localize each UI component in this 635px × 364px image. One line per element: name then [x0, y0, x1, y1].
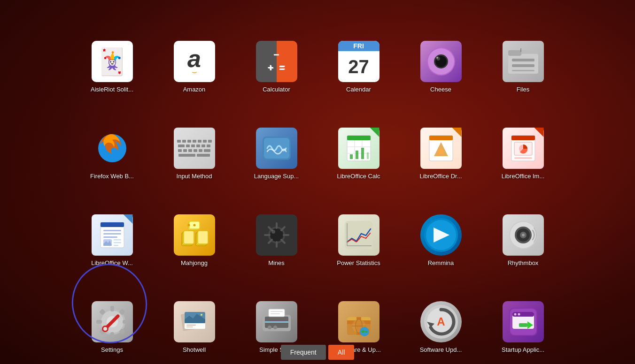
app-label-remmina: Remmina	[428, 259, 454, 267]
app-item-remmina[interactable]: Remmina	[400, 188, 482, 274]
svg-rect-96	[185, 323, 205, 329]
startup-icon	[503, 301, 544, 342]
localc-icon	[338, 128, 379, 169]
calculator-icon: − + =	[256, 41, 297, 82]
app-label-lodraw: LibreOffice Dr...	[419, 173, 462, 181]
aisleriot-icon: 🃏	[92, 41, 133, 82]
svg-rect-27	[429, 136, 453, 140]
svg-rect-97	[186, 325, 196, 326]
svg-rect-23	[356, 151, 358, 159]
svg-line-63	[269, 240, 272, 243]
app-label-aisleriot: AisleRiot Solit...	[91, 86, 133, 94]
svg-point-53	[193, 224, 195, 227]
svg-point-127	[514, 313, 516, 316]
svg-rect-106	[271, 313, 280, 314]
svg-line-61	[281, 240, 285, 243]
app-label-files: Files	[517, 86, 529, 94]
svg-rect-10	[512, 64, 534, 67]
rhythmbox-icon	[503, 214, 544, 256]
app-grid: 🃏 AisleRiot Solit... a ⌣ Amazon − + = Ca…	[0, 0, 635, 364]
svg-line-62	[281, 227, 285, 230]
svg-text:A: A	[437, 315, 445, 328]
mahjongg-icon	[174, 214, 215, 256]
svg-point-29	[438, 149, 444, 154]
app-item-languagesup[interactable]: Language Sup...	[235, 101, 318, 188]
svg-point-108	[273, 326, 277, 329]
svg-rect-8	[508, 50, 521, 56]
app-label-lowriter: LibreOffice W...	[91, 259, 133, 267]
app-label-rhythmbox: Rhythmbox	[508, 259, 539, 267]
app-item-mahjongg[interactable]: Mahjongg	[153, 188, 235, 274]
app-label-power: Power Statistics	[337, 259, 380, 267]
svg-rect-39	[103, 236, 117, 238]
svg-rect-41	[114, 239, 121, 241]
svg-rect-38	[103, 233, 121, 235]
svg-point-5	[436, 57, 438, 59]
app-label-localc: LibreOffice Calc	[337, 173, 380, 181]
svg-rect-82	[96, 320, 102, 324]
svg-rect-83	[123, 320, 128, 324]
app-item-inputmethod[interactable]: Input Method	[153, 101, 235, 188]
languagesup-icon	[256, 128, 297, 169]
svg-rect-24	[361, 148, 364, 159]
app-item-power[interactable]: Power Statistics	[318, 188, 400, 274]
app-item-calculator[interactable]: − + = Calculator	[235, 14, 318, 101]
app-item-files[interactable]: Files	[482, 14, 564, 101]
app-item-loimpress[interactable]: LibreOffice Im...	[482, 101, 564, 188]
lowriter-icon	[92, 214, 133, 256]
svg-rect-105	[271, 311, 283, 312]
svg-rect-49	[198, 231, 208, 244]
app-label-languagesup: Language Sup...	[254, 173, 299, 181]
remmina-icon	[420, 214, 462, 256]
amazon-icon: a ⌣	[174, 41, 215, 82]
app-label-mahjongg: Mahjongg	[181, 259, 208, 267]
app-item-amazon[interactable]: a ⌣ Amazon	[153, 14, 235, 101]
app-item-rhythmbox[interactable]: Rhythmbox	[482, 188, 564, 274]
svg-point-64	[271, 230, 275, 234]
mines-icon	[256, 214, 297, 256]
svg-rect-31	[511, 136, 535, 140]
settings-icon	[92, 301, 133, 342]
lodraw-icon	[420, 128, 462, 169]
app-label-calculator: Calculator	[263, 86, 290, 94]
svg-rect-11	[512, 70, 534, 71]
calendar-date: 27	[338, 51, 379, 82]
svg-rect-80	[110, 306, 114, 311]
svg-rect-17	[347, 136, 371, 140]
svg-line-60	[269, 227, 272, 230]
app-label-calendar: Calendar	[346, 86, 371, 94]
tab-all[interactable]: All	[328, 345, 355, 360]
svg-rect-9	[512, 59, 534, 61]
app-item-aisleriot[interactable]: 🃏 AisleRiot Solit...	[71, 14, 153, 101]
loimpress-icon	[503, 128, 544, 169]
svg-rect-103	[265, 321, 288, 323]
svg-point-107	[268, 326, 271, 329]
app-item-localc[interactable]: LibreOffice Calc	[318, 101, 400, 188]
app-item-mines[interactable]: Mines	[235, 188, 318, 274]
app-item-calendar[interactable]: FRI 27 Calendar	[318, 14, 400, 101]
svg-point-52	[187, 224, 190, 227]
cheese-icon	[420, 41, 462, 82]
svg-rect-81	[110, 332, 114, 338]
app-item-cheese[interactable]: Cheese	[400, 14, 482, 101]
svg-rect-104	[269, 309, 285, 317]
svg-rect-125	[519, 323, 527, 327]
softwareup-icon	[338, 301, 379, 342]
app-item-lodraw[interactable]: LibreOffice Dr...	[400, 101, 482, 188]
svg-rect-25	[367, 152, 369, 159]
svg-rect-12	[520, 48, 521, 52]
svg-rect-46	[184, 231, 194, 244]
bottom-bar: Frequent All	[0, 341, 635, 364]
shotwell-icon	[174, 301, 215, 342]
softwareupd-icon: A	[420, 301, 462, 342]
power-icon	[338, 214, 379, 256]
svg-point-91	[103, 327, 107, 331]
svg-point-95	[201, 314, 202, 316]
svg-rect-36	[101, 222, 124, 227]
tab-frequent[interactable]: Frequent	[281, 345, 326, 360]
svg-rect-42	[114, 242, 121, 243]
app-item-lowriter[interactable]: LibreOffice W...	[71, 188, 153, 274]
app-label-amazon: Amazon	[183, 86, 206, 94]
app-item-firefox[interactable]: Firefox Web B...	[71, 101, 153, 188]
firefox-icon	[92, 128, 133, 169]
